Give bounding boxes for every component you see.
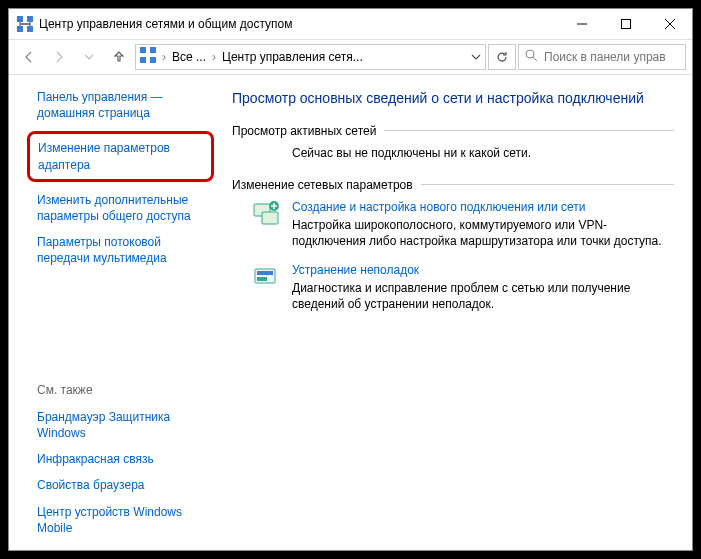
new-connection-desc: Настройка широкополосного, коммутируемог…: [292, 217, 674, 249]
svg-rect-3: [27, 26, 33, 32]
active-networks-heading: Просмотр активных сетей: [232, 124, 674, 138]
sidebar-infrared-link[interactable]: Инфракрасная связь: [37, 451, 210, 467]
svg-line-13: [533, 57, 537, 61]
breadcrumb-segment[interactable]: Центр управления сетя...: [222, 50, 465, 64]
svg-rect-1: [27, 16, 33, 22]
address-dropdown-icon[interactable]: [471, 48, 481, 66]
svg-rect-2: [17, 26, 23, 32]
svg-rect-0: [17, 16, 23, 22]
troubleshoot-desc: Диагностика и исправление проблем с сеть…: [292, 280, 674, 312]
sidebar-media-link[interactable]: Параметры потоковой передачи мультимедиа: [37, 234, 210, 266]
svg-rect-8: [140, 47, 146, 53]
breadcrumb-segment[interactable]: Все ...: [172, 50, 206, 64]
back-button[interactable]: [15, 43, 43, 71]
svg-rect-18: [257, 271, 273, 275]
network-params-heading: Изменение сетевых параметров: [232, 178, 674, 192]
network-center-icon: [17, 16, 33, 32]
sidebar-sharing-link[interactable]: Изменить дополнительные параметры общего…: [37, 192, 210, 224]
new-connection-link[interactable]: Создание и настройка нового подключения …: [292, 200, 674, 214]
search-input[interactable]: [544, 50, 679, 64]
new-connection-icon: [252, 200, 280, 228]
main-panel: Просмотр основных сведений о сети и наст…: [224, 75, 692, 550]
close-button[interactable]: [648, 9, 692, 39]
forward-button[interactable]: [45, 43, 73, 71]
no-network-message: Сейчас вы не подключены ни к какой сети.: [232, 146, 674, 160]
sidebar-adapter-link[interactable]: Изменение параметров адаптера: [38, 140, 203, 172]
svg-rect-10: [140, 57, 146, 63]
option-new-connection: Создание и настройка нового подключения …: [232, 200, 674, 249]
highlight-annotation: Изменение параметров адаптера: [27, 131, 214, 181]
network-center-icon: [140, 47, 156, 67]
svg-point-12: [526, 50, 534, 58]
maximize-button[interactable]: [604, 9, 648, 39]
window: Центр управления сетями и общим доступом…: [8, 8, 693, 551]
svg-rect-9: [150, 47, 156, 53]
up-button[interactable]: [105, 43, 133, 71]
see-also-heading: См. также: [37, 383, 210, 397]
search-box[interactable]: [518, 44, 686, 70]
sidebar-firewall-link[interactable]: Брандмауэр Защитника Windows: [37, 409, 210, 441]
sidebar-mobile-link[interactable]: Центр устройств Windows Mobile: [37, 504, 210, 536]
troubleshoot-link[interactable]: Устранение неполадок: [292, 263, 674, 277]
sidebar-browser-link[interactable]: Свойства браузера: [37, 477, 210, 493]
svg-rect-15: [262, 212, 278, 224]
search-icon: [525, 48, 538, 66]
svg-rect-19: [257, 277, 267, 281]
window-title: Центр управления сетями и общим доступом: [39, 17, 560, 31]
svg-rect-5: [622, 20, 631, 29]
sidebar-home-link[interactable]: Панель управления — домашняя страница: [37, 89, 210, 121]
svg-rect-11: [150, 57, 156, 63]
chevron-right-icon[interactable]: ›: [212, 50, 216, 64]
refresh-button[interactable]: [488, 44, 516, 70]
sidebar: Панель управления — домашняя страница Из…: [9, 75, 224, 550]
toolbar: › Все ... › Центр управления сетя...: [9, 39, 692, 75]
minimize-button[interactable]: [560, 9, 604, 39]
titlebar: Центр управления сетями и общим доступом: [9, 9, 692, 39]
address-bar[interactable]: › Все ... › Центр управления сетя...: [135, 44, 486, 70]
recent-dropdown[interactable]: [75, 43, 103, 71]
troubleshoot-icon: [252, 263, 280, 291]
chevron-right-icon[interactable]: ›: [162, 50, 166, 64]
page-heading: Просмотр основных сведений о сети и наст…: [232, 89, 674, 108]
option-troubleshoot: Устранение неполадок Диагностика и испра…: [232, 263, 674, 312]
